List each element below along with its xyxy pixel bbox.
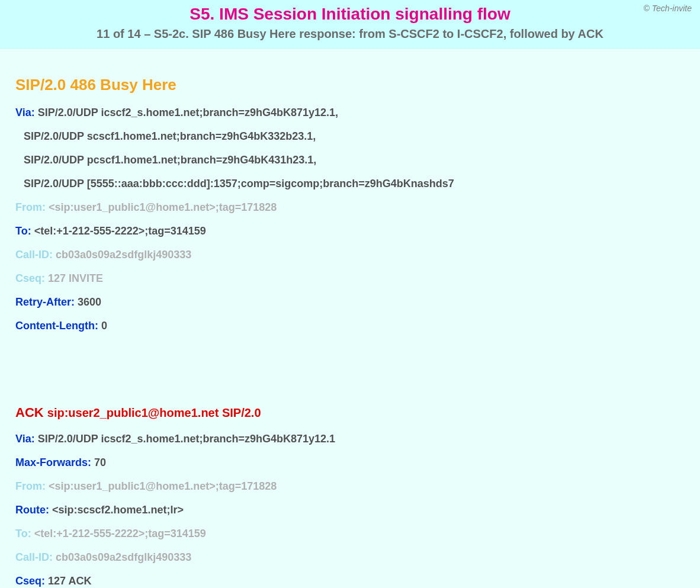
ack-cseq-value: 127 ACK (48, 575, 91, 587)
to-value: <tel:+1-212-555-2222>;tag=314159 (34, 225, 206, 237)
retry-after-value: 3600 (78, 296, 101, 308)
ack-route-value: <sip:scscf2.home1.net;lr> (52, 504, 184, 516)
cseq-label: Cseq: (15, 272, 45, 284)
via-header-row: Via: SIP/2.0/UDP icscf2_s.home1.net;bran… (15, 105, 685, 121)
ack-cseq-header-row: Cseq: 127 ACK (15, 573, 685, 588)
ack-title: ACK sip:user2_public1@home1.net SIP/2.0 (15, 405, 685, 420)
header-band: © Tech-invite S5. IMS Session Initiation… (0, 0, 700, 50)
callid-header-row: Call-ID: cb03a0s09a2sdfglkj490333 (15, 247, 685, 263)
ack-to-value: <tel:+1-212-555-2222>;tag=314159 (34, 528, 206, 539)
ack-callid-header-row: Call-ID: cb03a0s09a2sdfglkj490333 (15, 550, 685, 565)
response-title: SIP/2.0 486 Busy Here (15, 76, 685, 94)
ack-to-header-row: To: <tel:+1-212-555-2222>;tag=314159 (15, 526, 685, 542)
ack-cseq-label: Cseq: (15, 575, 45, 587)
page-subtitle: 11 of 14 – S5-2c. SIP 486 Busy Here resp… (6, 27, 694, 41)
ack-via-header-row: Via: SIP/2.0/UDP icscf2_s.home1.net;bran… (15, 431, 685, 447)
ack-via-label: Via: (15, 433, 35, 445)
content-length-header-row: Content-Length: 0 (15, 318, 685, 334)
ack-callid-label: Call-ID: (15, 551, 53, 563)
retry-after-label: Retry-After: (15, 296, 75, 308)
cseq-header-row: Cseq: 127 INVITE (15, 271, 685, 287)
content-length-label: Content-Length: (15, 320, 98, 332)
ack-maxforwards-header-row: Max-Forwards: 70 (15, 455, 685, 471)
ack-from-value: <sip:user1_public1@home1.net>;tag=171828 (49, 480, 277, 492)
page-title: S5. IMS Session Initiation signalling fl… (6, 5, 694, 24)
content-area: SIP/2.0 486 Busy Here Via: SIP/2.0/UDP i… (0, 50, 700, 588)
via-label: Via: (15, 107, 35, 118)
sip-response-block: SIP/2.0 486 Busy Here Via: SIP/2.0/UDP i… (15, 76, 685, 334)
ack-maxforwards-label: Max-Forwards: (15, 457, 91, 468)
ack-route-label: Route: (15, 504, 49, 516)
ack-method: ACK (15, 405, 44, 420)
via-value-4: SIP/2.0/UDP [5555::aaa:bbb:ccc:ddd]:1357… (15, 176, 685, 192)
to-header-row: To: <tel:+1-212-555-2222>;tag=314159 (15, 223, 685, 239)
ack-request-uri: sip:user2_public1@home1.net SIP/2.0 (47, 406, 261, 419)
callid-label: Call-ID: (15, 249, 53, 261)
from-label: From: (15, 201, 46, 213)
ack-route-header-row: Route: <sip:scscf2.home1.net;lr> (15, 502, 685, 518)
callid-value: cb03a0s09a2sdfglkj490333 (56, 249, 191, 261)
attribution: © Tech-invite (644, 4, 692, 13)
via-value-2: SIP/2.0/UDP scscf1.home1.net;branch=z9hG… (15, 128, 685, 144)
retry-after-header-row: Retry-After: 3600 (15, 294, 685, 310)
ack-via-value: SIP/2.0/UDP icscf2_s.home1.net;branch=z9… (38, 433, 335, 445)
ack-from-header-row: From: <sip:user1_public1@home1.net>;tag=… (15, 478, 685, 494)
via-value-3: SIP/2.0/UDP pcscf1.home1.net;branch=z9hG… (15, 152, 685, 168)
from-value: <sip:user1_public1@home1.net>;tag=171828 (49, 201, 277, 213)
ack-maxforwards-value: 70 (94, 457, 106, 468)
from-header-row: From: <sip:user1_public1@home1.net>;tag=… (15, 200, 685, 216)
cseq-value: 127 INVITE (48, 272, 103, 284)
ack-to-label: To: (15, 528, 31, 539)
ack-from-label: From: (15, 480, 46, 492)
to-label: To: (15, 225, 31, 237)
content-length-value: 0 (101, 320, 107, 332)
ack-callid-value: cb03a0s09a2sdfglkj490333 (56, 551, 191, 563)
via-value-1: SIP/2.0/UDP icscf2_s.home1.net;branch=z9… (38, 107, 338, 118)
ack-request-block: ACK sip:user2_public1@home1.net SIP/2.0 … (15, 405, 685, 588)
